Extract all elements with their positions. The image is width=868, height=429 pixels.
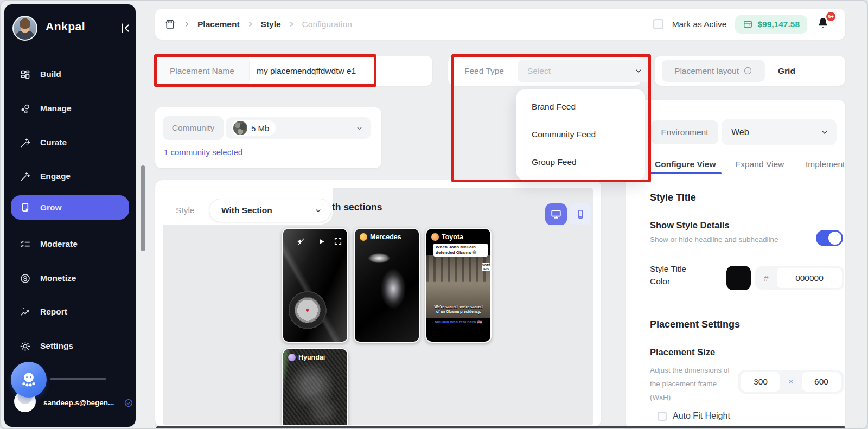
sidebar-item-moderate[interactable]: Moderate bbox=[11, 233, 129, 255]
chevron-down-icon bbox=[634, 67, 643, 75]
sidebar-item-report[interactable]: Report bbox=[11, 301, 129, 323]
placement-size-field: × bbox=[738, 370, 844, 394]
chevron-right-icon bbox=[247, 21, 254, 28]
chevron-right-icon bbox=[183, 21, 190, 28]
placement-name-label: Placement Name bbox=[170, 66, 234, 76]
tab-configure-view[interactable]: Configure View bbox=[655, 159, 716, 169]
notifications-button[interactable]: 9+ bbox=[816, 15, 832, 34]
assistant-octopus-button[interactable] bbox=[11, 362, 47, 398]
feed-type-field: Feed Type Select bbox=[448, 56, 641, 86]
magic-wand-icon bbox=[20, 171, 31, 182]
sidebar-item-label: Build bbox=[40, 69, 61, 79]
sidebar-item-curate[interactable]: Curate bbox=[11, 132, 129, 153]
page-scrollbar-thumb[interactable] bbox=[141, 165, 145, 251]
video-card-hyundai[interactable]: Hyundai bbox=[282, 348, 348, 425]
toyota-overlay-link: McCain was real hero 🇺🇸 bbox=[426, 319, 490, 324]
hyundai-emoji-badge bbox=[288, 354, 296, 361]
environment-label: Environment bbox=[661, 127, 708, 137]
feed-type-option-community-feed[interactable]: Community Feed bbox=[516, 120, 645, 148]
active-tab-underline bbox=[650, 172, 722, 174]
sidebar-collapse-icon[interactable] bbox=[118, 22, 131, 35]
app-title: Ankpal bbox=[46, 20, 85, 33]
wallet-balance[interactable]: $99,147.58 bbox=[735, 15, 807, 34]
info-icon[interactable] bbox=[743, 66, 752, 75]
user-email: sandeep.s@begen... bbox=[43, 399, 123, 407]
community-selected-note[interactable]: 1 community selected bbox=[164, 148, 242, 157]
breadcrumb-style[interactable]: Style bbox=[261, 20, 281, 29]
sidebar-item-label: Settings bbox=[40, 341, 73, 351]
manage-icon bbox=[20, 103, 31, 114]
environment-value: Web bbox=[731, 127, 749, 137]
sidebar-item-grow[interactable]: Grow bbox=[11, 195, 129, 220]
wallet-icon bbox=[743, 19, 753, 29]
style-title-color-hex-field: # bbox=[755, 266, 844, 290]
monitor-icon bbox=[550, 208, 562, 220]
show-style-details-toggle[interactable] bbox=[816, 230, 843, 246]
placement-settings-heading: Placement Settings bbox=[650, 319, 740, 330]
mark-as-active-checkbox[interactable] bbox=[653, 19, 663, 29]
sidebar-item-label: Report bbox=[40, 307, 67, 317]
placement-width-input[interactable] bbox=[741, 377, 780, 387]
workspace-avatar[interactable] bbox=[12, 16, 37, 41]
fullscreen-icon[interactable] bbox=[334, 237, 342, 246]
sidebar-item-settings[interactable]: Settings bbox=[11, 335, 129, 357]
build-icon bbox=[20, 69, 31, 80]
video-card-mercedes[interactable]: Mercedes bbox=[354, 228, 420, 343]
sidebar-item-label: Moderate bbox=[40, 239, 78, 249]
community-field: Community 5 Mb 1 community selected bbox=[155, 107, 381, 168]
placement-size-label: Placement Size bbox=[650, 347, 715, 357]
feed-type-select[interactable]: Select bbox=[518, 60, 650, 82]
play-icon[interactable] bbox=[317, 237, 326, 246]
feed-type-option-brand-feed[interactable]: Brand Feed bbox=[516, 93, 645, 120]
balance-amount: $99,147.58 bbox=[757, 20, 800, 29]
toyota-overlay-line1: We're scared, we're scared bbox=[426, 305, 490, 309]
chevron-down-icon bbox=[820, 128, 829, 137]
home-icon[interactable] bbox=[164, 18, 176, 30]
placement-layout-labelpill: Placement layout bbox=[662, 60, 765, 82]
chevron-right-icon bbox=[288, 21, 295, 28]
sidebar-item-monetize[interactable]: Monetize bbox=[11, 267, 129, 289]
video-card-toyota[interactable]: Toyota When John McCain defended Obama 😅… bbox=[425, 228, 492, 343]
tab-implement[interactable]: Implement bbox=[806, 159, 845, 169]
sidebar-divider bbox=[50, 378, 106, 380]
video-card-porsche[interactable] bbox=[282, 228, 348, 343]
feed-type-option-group-feed[interactable]: Group Feed bbox=[516, 148, 645, 176]
placement-layout-value[interactable]: Grid bbox=[778, 66, 795, 76]
style-title-color-input[interactable] bbox=[777, 273, 842, 283]
sidebar-item-engage[interactable]: Engage bbox=[11, 165, 129, 187]
style-title-color-swatch[interactable] bbox=[726, 266, 751, 290]
mute-icon[interactable] bbox=[296, 237, 305, 246]
placement-name-input[interactable] bbox=[257, 66, 426, 76]
gear-icon bbox=[20, 341, 31, 352]
top-bar: Placement Style Configuration Mark as Ac… bbox=[155, 9, 845, 40]
style-title-heading: Style Title bbox=[650, 192, 696, 203]
card-title: Toyota bbox=[442, 233, 463, 241]
card-title: Mercedes bbox=[370, 233, 401, 241]
sidebar-item-label: Manage bbox=[40, 104, 72, 113]
desktop-view-button[interactable] bbox=[545, 203, 567, 225]
section-divider bbox=[650, 306, 844, 306]
sidebar: Ankpal Build Manage Curate Engage Grow M… bbox=[4, 4, 136, 427]
verified-badge-icon bbox=[124, 398, 133, 408]
mobile-view-button[interactable] bbox=[570, 203, 591, 225]
toyota-video-frame: VOTE THIS We're scared, we're scared of … bbox=[426, 255, 490, 318]
breadcrumb-configuration: Configuration bbox=[302, 20, 352, 29]
breadcrumb-placement[interactable]: Placement bbox=[197, 20, 240, 29]
placement-layout-label: Placement layout bbox=[674, 66, 739, 76]
style-select[interactable]: With Section bbox=[209, 199, 331, 222]
sidebar-item-label: Engage bbox=[40, 171, 71, 181]
placement-layout-field: Placement layout Grid bbox=[655, 56, 845, 86]
hex-hash-prefix: # bbox=[764, 266, 768, 290]
tab-expand-view[interactable]: Expand View bbox=[735, 159, 784, 169]
card-title: Hyundai bbox=[298, 354, 325, 361]
toyota-caption-line2: defended Obama 😅 bbox=[436, 250, 486, 255]
environment-select[interactable]: Web bbox=[722, 119, 837, 145]
sidebar-item-manage[interactable]: Manage bbox=[11, 98, 129, 119]
sidebar-item-build[interactable]: Build bbox=[11, 63, 129, 85]
notification-count-badge: 9+ bbox=[825, 11, 837, 22]
placement-height-input[interactable] bbox=[802, 377, 841, 387]
sidebar-item-label: Monetize bbox=[40, 273, 76, 283]
community-select[interactable]: 5 Mb bbox=[226, 117, 371, 139]
environment-labelpill: Environment bbox=[651, 120, 718, 144]
auto-fit-height-checkbox[interactable] bbox=[658, 412, 667, 421]
